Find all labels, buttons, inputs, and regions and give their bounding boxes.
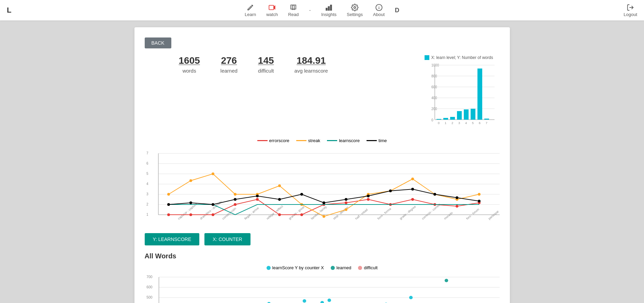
svg-point-73 [256, 198, 259, 201]
legend-errorscore: errorscore [257, 138, 289, 143]
svg-rect-25 [443, 118, 448, 120]
learnscore-label: learnscore [339, 138, 360, 143]
svg-text:construcción: construcción [221, 207, 237, 220]
legend-learnscore: learnscore [327, 138, 360, 143]
svg-text:grande - great: grande - great [288, 205, 305, 220]
svg-point-95 [411, 178, 414, 180]
svg-rect-27 [450, 117, 455, 120]
nav-item-read[interactable]: Read [288, 4, 299, 17]
svg-rect-0 [269, 5, 274, 10]
nav-user[interactable]: D [395, 7, 399, 14]
back-button[interactable]: BACK [145, 37, 171, 48]
svg-text:700: 700 [146, 275, 153, 279]
stat-difficult: 145 difficult [258, 55, 274, 74]
svg-point-104 [278, 198, 281, 201]
user-initial: D [395, 7, 399, 14]
svg-point-98 [478, 193, 481, 196]
line-chart-legend: errorscore streak learnscore time [145, 138, 500, 143]
stat-learnscore-label: avg learnscore [295, 68, 328, 74]
svg-point-99 [167, 203, 170, 206]
nav-settings-label: Settings [347, 12, 363, 17]
book-icon [290, 4, 297, 11]
scatter-label-difficult: difficult [364, 265, 377, 270]
x-counter-button[interactable]: X: COUNTER [204, 233, 250, 245]
learnscore-line-legend [327, 140, 337, 141]
time-label: time [378, 138, 387, 143]
logout-label: Logout [624, 12, 637, 17]
nav-item-watch[interactable]: watch [266, 4, 278, 17]
nav-item-settings[interactable]: Settings [347, 4, 363, 17]
all-words-section: All Words learnScore Y by counter X lear… [145, 252, 500, 303]
svg-text:5: 5 [472, 121, 474, 125]
svg-point-111 [433, 193, 436, 196]
svg-rect-29 [457, 111, 462, 120]
scatter-dot-difficult [358, 266, 362, 270]
svg-point-108 [367, 195, 370, 197]
y-learnscore-button[interactable]: Y: LEARNSCORE [145, 233, 200, 245]
nav-item-learn[interactable]: Learn [245, 4, 256, 17]
nav-read-label: Read [288, 12, 299, 17]
stat-learnscore-value: 184.91 [297, 55, 326, 66]
svg-text:7: 7 [486, 121, 487, 125]
svg-point-5 [354, 6, 356, 9]
scatter-dot-learned [331, 266, 335, 270]
insights-icon [325, 4, 333, 11]
svg-rect-4 [330, 5, 332, 10]
logout-button[interactable]: Logout [624, 4, 637, 17]
svg-point-87 [234, 193, 237, 196]
svg-text:600: 600 [146, 285, 153, 289]
scatter-legend: learnScore Y by counter X learned diffic… [145, 265, 500, 270]
nav-watch-label: watch [266, 12, 278, 17]
scatter-legend-learnscore: learnScore Y by counter X [267, 265, 324, 270]
nav-item-about[interactable]: About [373, 4, 385, 17]
svg-point-75 [300, 213, 303, 216]
svg-point-128 [327, 299, 331, 302]
scatter-chart-svg: 700 600 500 [145, 274, 500, 303]
svg-point-101 [212, 203, 214, 206]
svg-point-74 [278, 213, 281, 216]
svg-rect-23 [437, 119, 441, 120]
svg-text:half - mitad: half - mitad [354, 208, 368, 220]
svg-point-69 [167, 213, 170, 216]
nav-learn-label: Learn [245, 12, 256, 17]
svg-text:5: 5 [146, 172, 148, 176]
svg-rect-35 [477, 69, 482, 120]
stat-learned-label: learned [220, 68, 238, 74]
scatter-dot-learnscore [267, 266, 271, 270]
stat-learnscore: 184.91 avg learnscore [295, 55, 328, 74]
svg-text:6: 6 [146, 162, 148, 165]
svg-point-89 [278, 184, 281, 187]
svg-point-103 [256, 195, 259, 197]
line-chart-svg: 7 6 5 4 3 2 1 capturar - capture dramáti… [145, 147, 500, 222]
line-chart-section: errorscore streak learnscore time [145, 138, 500, 223]
svg-point-82 [456, 205, 458, 208]
svg-text:form - forma: form - forma [376, 207, 391, 220]
svg-point-100 [189, 201, 192, 204]
svg-text:500: 500 [146, 296, 153, 299]
nav-item-insights[interactable]: Insights [321, 4, 337, 17]
svg-text:familia - family: familia - family [310, 205, 327, 221]
nav-center: Learn watch Read - Insig [245, 4, 399, 17]
svg-text:morado: morado [443, 211, 453, 220]
svg-text:3: 3 [458, 121, 460, 125]
streak-label: streak [308, 138, 320, 143]
nav-right: Logout [624, 4, 637, 17]
svg-text:7: 7 [146, 151, 148, 155]
stat-difficult-value: 145 [258, 55, 274, 66]
logout-icon [627, 4, 634, 11]
svg-point-105 [300, 193, 303, 196]
svg-point-107 [345, 198, 347, 201]
svg-text:4: 4 [146, 182, 148, 186]
svg-text:4: 4 [465, 121, 467, 125]
svg-point-84 [167, 193, 170, 196]
nav-about-label: About [373, 12, 385, 17]
svg-text:llegar - arrive: llegar - arrive [243, 206, 259, 220]
nav-insights-label: Insights [321, 12, 337, 17]
page-card: BACK 1605 words 276 learned 145 difficul… [134, 27, 510, 303]
stat-words-value: 1605 [179, 55, 200, 66]
svg-point-78 [367, 198, 370, 201]
svg-point-109 [389, 190, 392, 192]
svg-text:2: 2 [452, 121, 453, 125]
stats-row: 1605 words 276 learned 145 difficult 184… [179, 55, 425, 74]
svg-point-124 [302, 299, 306, 303]
